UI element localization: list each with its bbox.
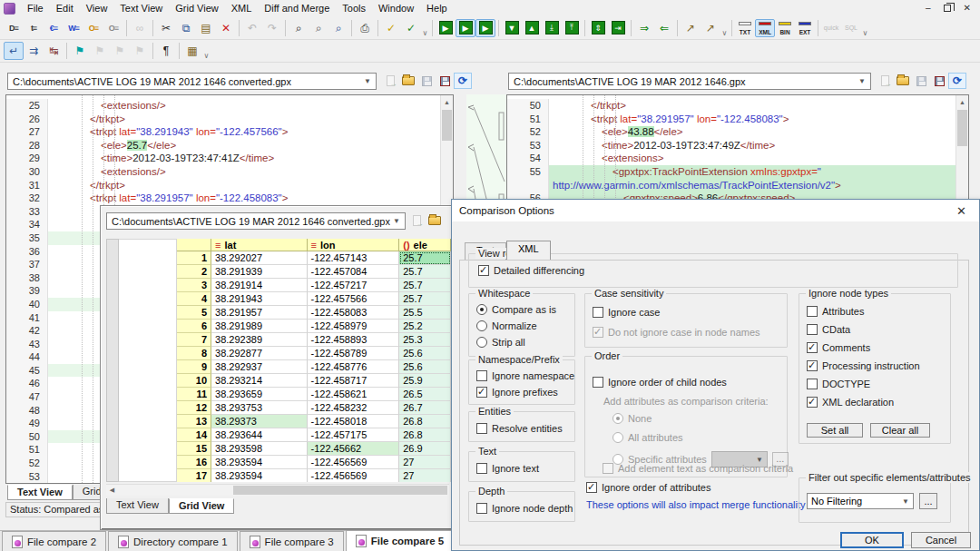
- sql-compare-icon[interactable]: SQL: [841, 19, 861, 37]
- open-file-icon[interactable]: [399, 73, 417, 89]
- paste-icon[interactable]: ▤: [196, 19, 216, 37]
- previous-bookmark-icon[interactable]: ⚑: [110, 42, 130, 60]
- code-line-26[interactable]: 26</trkpt>: [6, 113, 453, 126]
- row-number-cell[interactable]: 8: [177, 347, 211, 360]
- scroll-up-icon[interactable]: ▲: [956, 95, 968, 108]
- text-view-settings-icon[interactable]: ▦: [182, 42, 202, 60]
- grid-cell-lon[interactable]: -122.458717: [308, 374, 400, 388]
- checkbox-comments[interactable]: Comments: [807, 342, 920, 353]
- compare-word-files-icon[interactable]: W≡: [64, 19, 83, 37]
- compare-as-xml-icon[interactable]: ▶: [475, 19, 495, 37]
- tab-xml[interactable]: XML: [506, 241, 551, 260]
- format-txt-icon[interactable]: TXT: [735, 19, 755, 37]
- window-tab-directory-compare-1[interactable]: Directory compare 1: [108, 531, 238, 551]
- go-to-line-icon[interactable]: ↹: [44, 42, 64, 60]
- radio-icon[interactable]: [476, 320, 487, 331]
- grid-column-header-lat[interactable]: ≡lat: [211, 239, 307, 251]
- code-line-51[interactable]: 51<trkpt lat="38.291957" lon="-122.45808…: [507, 113, 968, 126]
- grid-cell-ele[interactable]: 25.7: [399, 251, 451, 265]
- grid-cell-ele[interactable]: 25.6: [399, 347, 451, 360]
- apply-changes-icon[interactable]: [381, 73, 399, 89]
- refresh-icon[interactable]: ⟳: [454, 73, 472, 89]
- ignore-text-checkbox[interactable]: Ignore text: [476, 463, 539, 474]
- compare-mdb-files-icon[interactable]: O≡: [83, 19, 103, 37]
- checkbox-cdata[interactable]: CData: [807, 324, 920, 335]
- tab-text-view[interactable]: Text View: [106, 498, 169, 514]
- replace-icon[interactable]: ⌕: [328, 19, 348, 37]
- radio-strip-all[interactable]: Strip all: [476, 337, 556, 348]
- save-file-icon[interactable]: [417, 73, 436, 89]
- grid-row-9[interactable]: 938.292937-122.45877625.6: [177, 360, 451, 374]
- left-file-combobox[interactable]: C:\documents\ACTIVE LOG 19 MAR 2012 1646…: [7, 73, 377, 90]
- cut-icon[interactable]: ✂: [156, 19, 176, 37]
- open-file-icon[interactable]: [426, 212, 444, 229]
- ignore-child-order-checkbox[interactable]: Ignore order of child nodes: [593, 377, 727, 388]
- row-number-cell[interactable]: 1: [177, 251, 211, 265]
- grid-cell-ele[interactable]: 26.5: [399, 388, 451, 401]
- apply-changes-icon[interactable]: [876, 73, 894, 89]
- grid-cell-lat[interactable]: 38.292027: [211, 251, 307, 265]
- copy-icon[interactable]: ⧉: [176, 19, 196, 37]
- previous-difference-icon[interactable]: ▲: [522, 19, 542, 37]
- checkbox-attributes[interactable]: Attributes: [807, 306, 920, 317]
- compare-as-text-icon[interactable]: ▶: [456, 19, 475, 37]
- checkbox-icon[interactable]: [476, 503, 487, 514]
- remove-bookmarks-icon[interactable]: ⚑: [130, 42, 150, 60]
- checkbox-xml-declaration[interactable]: XML declaration: [807, 397, 920, 408]
- row-number-cell[interactable]: 16: [177, 456, 211, 469]
- menu-help[interactable]: Help: [420, 1, 454, 15]
- grid-row-2[interactable]: 238.291939-122.45708425.7: [177, 265, 451, 279]
- grid-cell-lon[interactable]: -122.457217: [308, 279, 400, 292]
- detailed-differencing-checkbox[interactable]: Detailed differencing: [478, 265, 584, 276]
- grid-cell-lat[interactable]: 38.291939: [211, 265, 307, 279]
- grid-cell-ele[interactable]: 25.7: [399, 279, 451, 292]
- check-wellformed-icon[interactable]: ✓: [401, 19, 421, 37]
- format-bin-icon[interactable]: BIN: [775, 19, 795, 37]
- filter-more-button[interactable]: ...: [919, 493, 937, 509]
- menu-view[interactable]: View: [80, 1, 114, 15]
- grid-cell-ele[interactable]: 25.6: [399, 360, 451, 374]
- grid-cell-lat[interactable]: 38.291914: [211, 279, 307, 292]
- grid-cell-lon[interactable]: -122.456569: [308, 456, 400, 469]
- row-number-cell[interactable]: 4: [177, 292, 211, 306]
- radio-icon[interactable]: [476, 337, 487, 348]
- grid-row-5[interactable]: 538.291957-122.45808325.5: [177, 306, 451, 320]
- row-number-cell[interactable]: 14: [177, 428, 211, 442]
- dialog-titlebar[interactable]: Comparison Options ✕: [452, 200, 979, 221]
- close-icon[interactable]: ✕: [951, 204, 972, 218]
- grid-cell-lon[interactable]: -122.45662: [308, 442, 400, 456]
- grid-cell-ele[interactable]: 26.9: [399, 442, 451, 456]
- grid-cell-lat[interactable]: 38.293753: [211, 401, 307, 415]
- row-number-cell[interactable]: 6: [177, 320, 211, 333]
- grid-cell-ele[interactable]: 25.7: [399, 265, 451, 279]
- row-number-cell[interactable]: 13: [177, 415, 211, 428]
- grid-file-combobox[interactable]: C:\documents\ACTIVE LOG 19 MAR 2012 1646…: [106, 212, 406, 230]
- refresh-icon[interactable]: ⟳: [948, 73, 966, 89]
- row-number-cell[interactable]: 15: [177, 442, 211, 456]
- radio-normalize[interactable]: Normalize: [476, 320, 556, 331]
- word-wrap-icon[interactable]: ↵: [4, 42, 24, 60]
- resolve-entities-checkbox[interactable]: Resolve entities: [476, 423, 563, 434]
- toolbar-overflow-icon[interactable]: ∨: [720, 19, 729, 37]
- code-line-50[interactable]: 50</trkpt>: [507, 99, 968, 113]
- row-number-cell[interactable]: 2: [177, 265, 211, 279]
- cancel-button[interactable]: Cancel: [911, 532, 971, 548]
- code-line-31[interactable]: 31</trkpt>: [6, 179, 453, 192]
- quick-compare-icon[interactable]: quick: [821, 19, 841, 37]
- row-number-cell[interactable]: 10: [177, 374, 211, 388]
- tab-grid-view[interactable]: Grid View: [169, 498, 235, 514]
- grid-row-12[interactable]: 1238.293753-122.45823226.7: [177, 401, 451, 415]
- ok-button[interactable]: OK: [840, 532, 904, 548]
- grid-row-8[interactable]: 838.292877-122.45878925.6: [177, 347, 451, 360]
- menu-diff-and-merge[interactable]: Diff and Merge: [258, 1, 336, 15]
- toolbar-overflow-icon[interactable]: ∨: [202, 42, 211, 60]
- grid-cell-lon[interactable]: -122.457175: [308, 428, 400, 442]
- grid-cell-lat[interactable]: 38.293644: [211, 428, 307, 442]
- grid-cell-lat[interactable]: 38.291989: [211, 320, 307, 333]
- next-bookmark-icon[interactable]: ⚑: [90, 42, 110, 60]
- synchronize-directories-icon[interactable]: ∞: [130, 19, 150, 37]
- grid-cell-lon[interactable]: -122.457084: [308, 265, 400, 279]
- code-line-28[interactable]: 28<ele>25.7</ele>: [6, 139, 453, 153]
- code-line-32[interactable]: 32<trkpt lat="38.291957" lon="-122.45808…: [6, 192, 453, 205]
- checkbox-icon[interactable]: [807, 324, 818, 335]
